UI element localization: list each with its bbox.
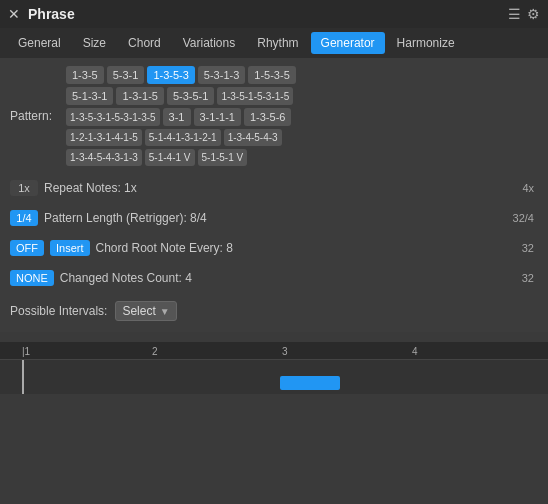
pat-btn-5151v[interactable]: 5-1-5-1 V — [198, 149, 248, 166]
app-title: Phrase — [28, 6, 500, 22]
pat-btn-1353[interactable]: 1-3-5-3 — [147, 66, 194, 84]
close-button[interactable]: ✕ — [8, 6, 20, 22]
pattern-length-row: 1/4 Pattern Length (Retrigger): 8/4 32/4 — [10, 206, 538, 230]
pat-btn-12131415[interactable]: 1-2-1-3-1-4-1-5 — [66, 129, 142, 146]
insert-chord-insert-badge[interactable]: Insert — [50, 240, 90, 256]
pat-btn-1356[interactable]: 1-3-5-6 — [244, 108, 291, 126]
timeline-body[interactable] — [0, 360, 548, 394]
pattern-row-4: 1-2-1-3-1-4-1-5 5-1-4-1-3-1-2-1 1-3-4-5-… — [66, 129, 538, 146]
nav-tabs: General Size Chord Variations Rhythm Gen… — [0, 28, 548, 58]
tab-variations[interactable]: Variations — [173, 32, 245, 54]
timeline-ruler: |1 2 3 4 — [0, 342, 548, 360]
tab-rhythm[interactable]: Rhythm — [247, 32, 308, 54]
pat-btn-51413121[interactable]: 5-1-4-1-3-1-2-1 — [145, 129, 221, 146]
pattern-length-label: Pattern Length (Retrigger): 8/4 — [44, 211, 513, 225]
pat-btn-134543[interactable]: 1-3-4-5-4-3 — [224, 129, 282, 146]
main-content: Pattern: 1-3-5 5-3-1 1-3-5-3 5-3-1-3 1-5… — [0, 58, 548, 332]
insert-chord-off-badge[interactable]: OFF — [10, 240, 44, 256]
insert-chord-label: Chord Root Note Every: 8 — [96, 241, 522, 255]
tab-generator[interactable]: Generator — [311, 32, 385, 54]
pattern-length-value: 32/4 — [513, 212, 538, 224]
title-icons: ☰ ⚙ — [508, 6, 540, 22]
pattern-row-2: 5-1-3-1 1-3-1-5 5-3-5-1 1-3-5-1-5-3-1-5 — [66, 87, 538, 105]
tab-chord[interactable]: Chord — [118, 32, 171, 54]
changed-notes-value: 32 — [522, 272, 538, 284]
intervals-label: Possible Intervals: — [10, 304, 107, 318]
changed-notes-badge[interactable]: NONE — [10, 270, 54, 286]
timeline-marker-4: 4 — [412, 346, 418, 357]
pattern-section: Pattern: 1-3-5 5-3-1 1-3-5-3 5-3-1-3 1-5… — [10, 66, 538, 166]
gear-icon[interactable]: ⚙ — [527, 6, 540, 22]
timeline-marker-1: |1 — [22, 346, 30, 357]
pat-btn-135[interactable]: 1-3-5 — [66, 66, 104, 84]
playhead — [22, 360, 24, 394]
changed-notes-row: NONE Changed Notes Count: 4 32 — [10, 266, 538, 290]
changed-notes-label: Changed Notes Count: 4 — [60, 271, 522, 285]
chevron-down-icon: ▼ — [160, 306, 170, 317]
pat-btn-1535[interactable]: 1-5-3-5 — [248, 66, 295, 84]
tab-general[interactable]: General — [8, 32, 71, 54]
pat-btn-5141v[interactable]: 5-1-4-1 V — [145, 149, 195, 166]
pat-btn-3111[interactable]: 3-1-1-1 — [194, 108, 241, 126]
insert-chord-row: OFF Insert Chord Root Note Every: 8 32 — [10, 236, 538, 260]
pat-btn-5313[interactable]: 5-3-1-3 — [198, 66, 245, 84]
intervals-row: Possible Intervals: Select ▼ — [10, 298, 538, 324]
list-icon[interactable]: ☰ — [508, 6, 521, 22]
pattern-row-5: 1-3-4-5-4-3-1-3 5-1-4-1 V 5-1-5-1 V — [66, 149, 538, 166]
pat-btn-5351[interactable]: 5-3-5-1 — [167, 87, 214, 105]
timeline: |1 2 3 4 — [0, 342, 548, 394]
pattern-length-badge[interactable]: 1/4 — [10, 210, 38, 226]
pat-btn-13515315[interactable]: 1-3-5-1-5-3-1-5 — [217, 87, 293, 105]
repeat-notes-label: Repeat Notes: 1x — [44, 181, 522, 195]
tab-size[interactable]: Size — [73, 32, 116, 54]
pat-btn-1315[interactable]: 1-3-1-5 — [116, 87, 163, 105]
repeat-notes-badge[interactable]: 1x — [10, 180, 38, 196]
pat-btn-1345413[interactable]: 1-3-4-5-4-3-1-3 — [66, 149, 142, 166]
tab-harmonize[interactable]: Harmonize — [387, 32, 465, 54]
pattern-label: Pattern: — [10, 109, 62, 123]
intervals-select-label: Select — [122, 304, 155, 318]
controls-section: 1x Repeat Notes: 1x 4x 1/4 Pattern Lengt… — [10, 176, 538, 290]
pattern-row-3: 1-3-5-3-1-5-3-1-3-5 3-1 3-1-1-1 1-3-5-6 — [66, 108, 538, 126]
insert-chord-value: 32 — [522, 242, 538, 254]
repeat-notes-value: 4x — [522, 182, 538, 194]
pat-btn-531[interactable]: 5-3-1 — [107, 66, 145, 84]
intervals-select[interactable]: Select ▼ — [115, 301, 176, 321]
pat-btn-5131[interactable]: 5-1-3-1 — [66, 87, 113, 105]
timeline-note-1 — [280, 376, 340, 390]
title-bar: ✕ Phrase ☰ ⚙ — [0, 0, 548, 28]
pat-btn-long1[interactable]: 1-3-5-3-1-5-3-1-3-5 — [66, 108, 160, 126]
pat-btn-31[interactable]: 3-1 — [163, 108, 191, 126]
repeat-notes-row: 1x Repeat Notes: 1x 4x — [10, 176, 538, 200]
timeline-marker-3: 3 — [282, 346, 288, 357]
pattern-row-1: 1-3-5 5-3-1 1-3-5-3 5-3-1-3 1-5-3-5 — [66, 66, 538, 84]
timeline-marker-2: 2 — [152, 346, 158, 357]
pattern-grid: 1-3-5 5-3-1 1-3-5-3 5-3-1-3 1-5-3-5 5-1-… — [66, 66, 538, 166]
